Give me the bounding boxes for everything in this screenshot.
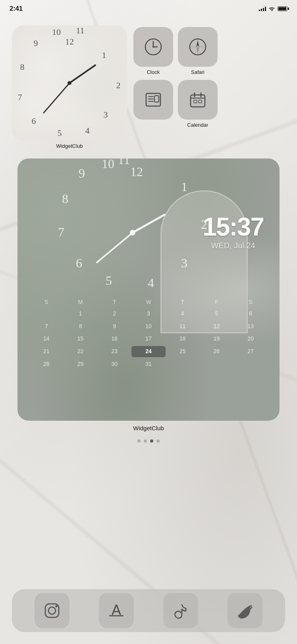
svg-text:4: 4 <box>85 126 90 135</box>
svg-text:3: 3 <box>181 256 187 270</box>
svg-text:10: 10 <box>52 27 61 37</box>
widgetclub-small-label: WidgetClub <box>56 143 83 149</box>
cal-day-13: 13 <box>233 321 268 332</box>
app-grid-right: Clock Safari <box>133 27 218 128</box>
cal-header-t1: T <box>97 299 131 305</box>
svg-line-47 <box>133 215 164 233</box>
svg-text:6: 6 <box>76 256 82 270</box>
appstore-icon: A <box>106 601 126 621</box>
cal-header-s2: S <box>233 299 268 305</box>
svg-text:5: 5 <box>58 128 62 138</box>
cal-header-f: F <box>200 299 234 305</box>
svg-text:1: 1 <box>102 50 106 60</box>
cal-header-m: M <box>64 299 98 305</box>
svg-rect-28 <box>154 96 159 102</box>
news-icon-bg <box>133 80 173 120</box>
cal-day-31: 31 <box>131 359 166 370</box>
widgetclub-large-container: 12 1 2 3 4 5 6 7 8 9 10 11 <box>12 159 285 431</box>
svg-rect-33 <box>194 100 197 103</box>
calendar-display: S M T W T F S 1 2 3 4 5 6 <box>17 295 280 421</box>
dock: A <box>12 589 285 632</box>
svg-rect-34 <box>199 100 202 103</box>
app-icon-safari[interactable]: Safari <box>178 27 218 75</box>
app-icon-clock[interactable]: Clock <box>133 27 173 75</box>
top-section: 12 1 2 3 4 5 6 7 8 9 10 11 <box>12 25 285 149</box>
cal-day-22: 22 <box>64 346 98 357</box>
digital-time-display: 15:37 WED, Jul.24 <box>202 214 264 250</box>
instagram-icon <box>42 601 62 621</box>
svg-point-52 <box>56 605 58 607</box>
widgetclub-large-label: WidgetClub <box>133 425 164 431</box>
svg-line-12 <box>69 65 95 83</box>
page-dot-2 <box>144 439 147 443</box>
svg-text:5: 5 <box>106 273 112 288</box>
status-bar: 2:41 <box>0 0 297 17</box>
app-row-1: Clock Safari <box>133 27 218 75</box>
svg-text:11: 11 <box>118 159 130 167</box>
cal-day-29: 29 <box>64 359 98 370</box>
clock-icon-bg <box>133 27 173 67</box>
svg-point-49 <box>130 230 135 236</box>
svg-text:12: 12 <box>65 37 74 46</box>
digital-date-text: WED, Jul.24 <box>202 241 264 250</box>
svg-text:2: 2 <box>116 80 121 90</box>
svg-rect-24 <box>146 93 160 106</box>
safari-icon <box>187 37 208 57</box>
svg-text:9: 9 <box>79 166 85 180</box>
widgetclub-small-widget[interactable]: 12 1 2 3 4 5 6 7 8 9 10 11 <box>12 25 127 141</box>
calendar-icon <box>187 89 208 110</box>
cal-day-20: 20 <box>233 333 268 344</box>
cal-day-1: 1 <box>64 308 98 319</box>
cal-day-27: 27 <box>233 346 268 357</box>
svg-text:6: 6 <box>32 116 36 126</box>
safari-label: Safari <box>191 69 204 75</box>
clock-label: Clock <box>147 69 160 75</box>
clock-icon <box>143 37 164 57</box>
svg-rect-29 <box>191 95 205 107</box>
app-icon-calendar[interactable]: Calendar <box>178 80 218 128</box>
cal-day-11: 11 <box>166 321 200 332</box>
cal-day-17: 17 <box>131 333 166 344</box>
app-icon-news[interactable] <box>133 80 173 128</box>
wifi-icon <box>268 6 275 12</box>
calendar-label: Calendar <box>187 122 208 128</box>
dock-twitter[interactable] <box>228 593 262 628</box>
svg-point-14 <box>68 81 71 85</box>
cal-day-8: 8 <box>64 321 98 332</box>
cal-day-5: 5 <box>200 308 234 319</box>
cal-day-4: 4 <box>166 308 200 319</box>
cal-day-28: 28 <box>29 359 64 370</box>
cal-day-19: 19 <box>200 333 234 344</box>
svg-line-48 <box>97 233 133 263</box>
cal-day-2: 2 <box>97 308 131 319</box>
calendar-header: S M T W T F S <box>29 299 268 305</box>
dock-appstore[interactable]: A <box>99 593 134 628</box>
svg-text:10: 10 <box>102 159 114 171</box>
cal-day-14: 14 <box>29 333 64 344</box>
tiktok-icon <box>171 601 191 621</box>
svg-text:3: 3 <box>104 110 108 120</box>
svg-text:7: 7 <box>58 225 64 239</box>
dock-tiktok[interactable] <box>163 593 198 628</box>
news-icon <box>143 89 164 110</box>
safari-icon-bg <box>178 27 218 67</box>
cal-header-t2: T <box>166 299 200 305</box>
svg-text:7: 7 <box>18 92 22 102</box>
cal-day-10: 10 <box>131 321 166 332</box>
svg-text:9: 9 <box>34 38 38 48</box>
cal-day-9: 9 <box>97 321 131 332</box>
home-screen: 12 1 2 3 4 5 6 7 8 9 10 11 <box>0 17 297 644</box>
widgetclub-large-widget[interactable]: 12 1 2 3 4 5 6 7 8 9 10 11 <box>17 159 280 421</box>
page-indicator <box>12 439 285 443</box>
cal-day-12: 12 <box>200 321 234 332</box>
svg-text:4: 4 <box>148 276 154 290</box>
svg-point-18 <box>152 46 154 48</box>
status-time: 2:41 <box>10 5 23 13</box>
svg-text:8: 8 <box>62 191 68 206</box>
widgetclub-small-container: 12 1 2 3 4 5 6 7 8 9 10 11 <box>12 25 127 149</box>
cal-day-3: 3 <box>131 308 166 319</box>
dock-instagram[interactable] <box>35 593 69 628</box>
cal-day-15: 15 <box>64 333 98 344</box>
svg-text:1: 1 <box>181 180 187 194</box>
signal-icon <box>259 6 266 11</box>
